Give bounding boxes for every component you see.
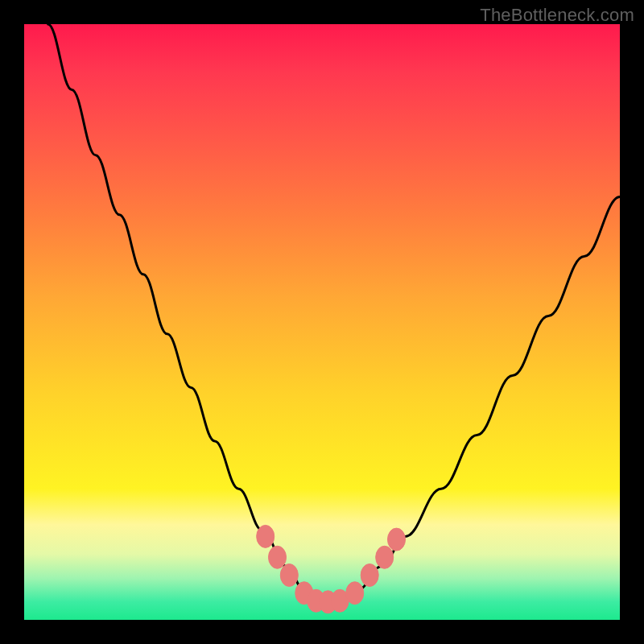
curve-markers (257, 525, 406, 613)
curve-marker (376, 546, 394, 568)
chart-plot-area (24, 24, 620, 620)
bottleneck-curve-svg (24, 24, 620, 620)
curve-marker (346, 582, 364, 605)
curve-marker (361, 564, 378, 587)
curve-marker (257, 525, 275, 547)
curve-marker (388, 528, 406, 551)
curve-marker (269, 546, 287, 568)
watermark-label: TheBottleneck.com (480, 5, 634, 26)
bottleneck-curve-line (48, 24, 620, 602)
curve-marker (280, 564, 298, 587)
